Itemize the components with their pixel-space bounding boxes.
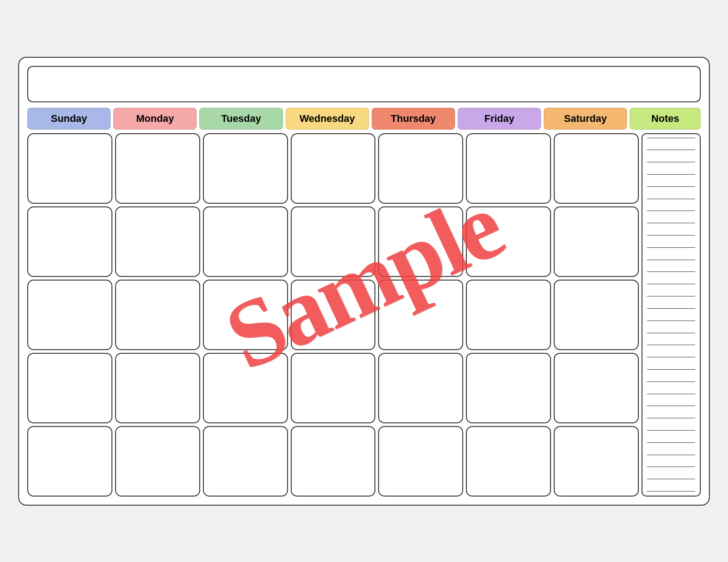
day-cell[interactable]: [27, 353, 112, 423]
note-line: [647, 199, 695, 199]
day-cell[interactable]: [466, 280, 551, 350]
day-cell[interactable]: [466, 353, 551, 423]
day-cell[interactable]: [378, 133, 463, 204]
note-line: [647, 150, 695, 150]
day-cell[interactable]: [378, 426, 463, 497]
day-cell[interactable]: [115, 206, 200, 277]
header-tuesday: Tuesday: [199, 108, 283, 130]
day-cell[interactable]: [378, 206, 463, 277]
day-cell[interactable]: [554, 133, 639, 204]
header-monday: Monday: [113, 108, 197, 130]
notes-lines[interactable]: [642, 133, 701, 497]
note-line: [647, 186, 695, 187]
note-line: [647, 345, 695, 345]
day-cell[interactable]: [291, 206, 376, 277]
header-wednesday: Wednesday: [286, 108, 369, 130]
note-line: [647, 260, 695, 260]
header-saturday: Saturday: [544, 108, 627, 130]
note-line: [647, 308, 695, 309]
calendar-body: [27, 133, 701, 497]
day-cell[interactable]: [203, 206, 288, 277]
day-cell[interactable]: [115, 280, 200, 350]
day-cell[interactable]: [203, 280, 288, 350]
day-cell[interactable]: [554, 353, 639, 423]
header-row: Sunday Monday Tuesday Wednesday Thursday…: [27, 108, 701, 130]
header-thursday: Thursday: [372, 108, 455, 130]
header-notes: Notes: [630, 108, 701, 130]
note-line: [647, 381, 695, 382]
note-line: [647, 211, 695, 211]
day-cell[interactable]: [27, 280, 112, 350]
note-line: [647, 138, 695, 138]
note-line: [647, 394, 695, 394]
note-line: [647, 479, 695, 479]
note-line: [647, 333, 695, 333]
day-cell[interactable]: [466, 426, 551, 497]
note-line: [647, 406, 695, 406]
note-line: [647, 369, 695, 370]
header-sunday: Sunday: [27, 108, 111, 130]
day-cell[interactable]: [27, 133, 112, 204]
day-cell[interactable]: [291, 426, 376, 497]
note-line: [647, 247, 695, 248]
day-cell[interactable]: [466, 206, 551, 277]
title-bar: [27, 66, 701, 102]
note-line: [647, 162, 695, 162]
day-cell[interactable]: [554, 426, 639, 497]
notes-column: [642, 133, 701, 497]
day-cell[interactable]: [27, 206, 112, 277]
day-cell[interactable]: [378, 280, 463, 350]
day-cell[interactable]: [291, 353, 376, 423]
calendar-container: Sunday Monday Tuesday Wednesday Thursday…: [18, 57, 710, 506]
note-line: [647, 271, 695, 272]
day-cell[interactable]: [291, 280, 376, 350]
day-cell[interactable]: [291, 133, 376, 204]
note-line: [647, 491, 695, 492]
day-cell[interactable]: [115, 426, 200, 497]
day-cell[interactable]: [115, 353, 200, 423]
day-cell[interactable]: [203, 133, 288, 204]
note-line: [647, 418, 695, 418]
header-friday: Friday: [458, 108, 541, 130]
day-cell[interactable]: [203, 426, 288, 497]
day-cell[interactable]: [466, 133, 551, 204]
note-line: [647, 321, 695, 321]
note-line: [647, 442, 695, 443]
note-line: [647, 296, 695, 296]
days-grid: [27, 133, 639, 497]
day-cell[interactable]: [554, 280, 639, 350]
note-line: [647, 174, 695, 175]
note-line: [647, 223, 695, 223]
day-cell[interactable]: [554, 206, 639, 277]
day-cell[interactable]: [378, 353, 463, 423]
note-line: [647, 357, 695, 357]
note-line: [647, 430, 695, 431]
day-cell[interactable]: [27, 426, 112, 497]
note-line: [647, 455, 695, 455]
note-line: [647, 235, 695, 236]
note-line: [647, 467, 695, 467]
day-cell[interactable]: [115, 133, 200, 204]
day-cell[interactable]: [203, 353, 288, 423]
note-line: [647, 284, 695, 284]
